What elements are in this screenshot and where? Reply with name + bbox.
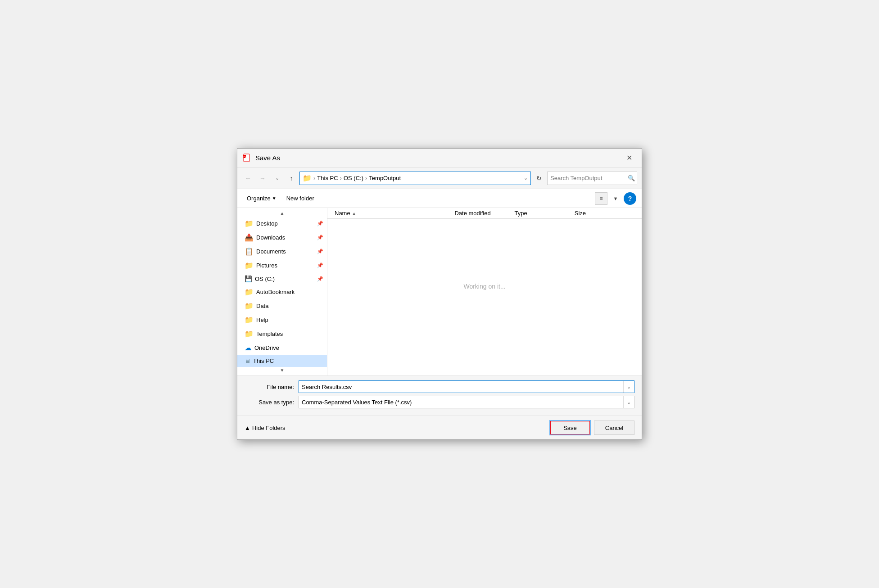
sidebar-item-label-autobookmark: AutoBookmark (256, 289, 295, 295)
organize-dropdown-icon: ▼ (272, 196, 276, 201)
sidebar-item-label-pictures: Pictures (256, 262, 277, 269)
save-as-type-dropdown-icon[interactable]: ⌄ (623, 396, 634, 408)
save-as-type-label: Save as type: (245, 399, 299, 406)
search-box[interactable]: 🔍 (547, 172, 637, 185)
onedrive-icon: ☁ (245, 344, 252, 352)
toolbar: ← → ⌄ ↑ 📁 › This PC › OS (C:) › TempOutp… (237, 167, 642, 189)
sidebar-item-label-help: Help (256, 317, 268, 323)
os-c-icon: 💾 (245, 275, 252, 282)
sidebar-item-help[interactable]: 📁 Help (237, 313, 327, 327)
sidebar-item-label-downloads: Downloads (256, 234, 285, 241)
new-folder-button[interactable]: New folder (282, 193, 318, 204)
sidebar-item-label-onedrive: OneDrive (254, 344, 279, 351)
view-dropdown-button[interactable]: ▼ (609, 192, 622, 205)
column-type-label: Type (515, 210, 527, 217)
action-bar: Organize ▼ New folder ≡ ▼ ? (237, 189, 642, 208)
column-date[interactable]: Date modified (454, 210, 514, 217)
close-button[interactable]: ✕ (622, 152, 636, 164)
sidebar-item-label-data: Data (256, 303, 268, 309)
pictures-icon: 📁 (245, 261, 254, 270)
save-button[interactable]: Save (550, 421, 590, 435)
sidebar-item-autobookmark[interactable]: 📁 AutoBookmark (237, 285, 327, 299)
hide-folders-icon: ▲ (245, 425, 250, 431)
sidebar-item-documents[interactable]: 📋 Documents 📌 (237, 244, 327, 258)
title-bar: PDF Save As ✕ (237, 149, 642, 167)
templates-icon: 📁 (245, 330, 254, 338)
sidebar-scroll-up[interactable]: ▲ (237, 210, 327, 217)
column-type[interactable]: Type (515, 210, 575, 217)
this-pc-icon: 🖥 (245, 357, 250, 364)
autobookmark-icon: 📁 (245, 288, 254, 296)
file-list-header: Name ▲ Date modified Type Size (327, 208, 642, 219)
dialog-title: Save As (255, 154, 622, 162)
sidebar-item-downloads[interactable]: 📥 Downloads 📌 (237, 231, 327, 244)
os-c-pin-icon: 📌 (317, 276, 323, 282)
dropdown-nav-button[interactable]: ⌄ (271, 172, 283, 185)
file-name-label: File name: (245, 384, 299, 390)
data-icon: 📁 (245, 302, 254, 310)
cancel-button[interactable]: Cancel (594, 421, 634, 435)
sidebar-item-label-os-c: OS (C:) (255, 276, 275, 282)
file-list: Name ▲ Date modified Type Size Working o… (327, 208, 642, 375)
downloads-pin-icon: 📌 (317, 235, 323, 240)
address-os-c: OS (C:) (344, 175, 363, 181)
sidebar-scroll-down[interactable]: ▼ (237, 367, 327, 374)
help-icon: 📁 (245, 316, 254, 324)
main-content: ▲ 📁 Desktop 📌 📥 Downloads 📌 📋 Documents … (237, 208, 642, 375)
sort-icon: ▲ (352, 211, 356, 216)
sidebar-item-onedrive[interactable]: ☁ OneDrive (237, 341, 327, 355)
address-bar[interactable]: 📁 › This PC › OS (C:) › TempOutput ⌄ (299, 172, 531, 185)
view-button[interactable]: ≡ (595, 192, 607, 205)
sidebar-item-os-c[interactable]: 💾 OS (C:) 📌 (237, 272, 327, 285)
save-as-type-value: Comma-Separated Values Text File (*.csv) (299, 399, 623, 406)
address-dropdown-icon[interactable]: ⌄ (524, 175, 528, 181)
column-name[interactable]: Name ▲ (335, 210, 454, 217)
save-as-dialog: PDF Save As ✕ ← → ⌄ ↑ 📁 › This PC › OS (… (237, 148, 642, 440)
sidebar-item-label-templates: Templates (256, 330, 283, 337)
sidebar-item-desktop[interactable]: 📁 Desktop 📌 (237, 217, 327, 231)
sidebar: ▲ 📁 Desktop 📌 📥 Downloads 📌 📋 Documents … (237, 208, 327, 375)
file-name-dropdown-icon[interactable]: ⌄ (623, 381, 634, 393)
documents-icon: 📋 (245, 247, 254, 256)
bottom-form: File name: ⌄ Save as type: Comma-Separat… (237, 375, 642, 416)
sidebar-item-label-desktop: Desktop (256, 220, 278, 227)
column-name-label: Name (335, 210, 350, 217)
back-button[interactable]: ← (242, 172, 254, 185)
organize-button[interactable]: Organize ▼ (243, 193, 281, 204)
search-icon: 🔍 (628, 175, 635, 181)
address-this-pc: This PC (317, 175, 338, 181)
forward-button[interactable]: → (256, 172, 269, 185)
address-temp-output: TempOutput (369, 175, 401, 181)
pictures-pin-icon: 📌 (317, 262, 323, 268)
desktop-icon: 📁 (245, 219, 254, 228)
sidebar-item-pictures[interactable]: 📁 Pictures 📌 (237, 258, 327, 272)
sidebar-item-label-documents: Documents (256, 248, 286, 255)
file-name-row: File name: ⌄ (245, 380, 634, 393)
save-type-row: Save as type: Comma-Separated Values Tex… (245, 396, 634, 408)
sidebar-item-templates[interactable]: 📁 Templates (237, 327, 327, 341)
refresh-button[interactable]: ↻ (533, 172, 545, 185)
sidebar-item-this-pc[interactable]: 🖥 This PC (237, 355, 327, 367)
hide-folders-label: Hide Folders (252, 425, 285, 431)
hide-folders-button[interactable]: ▲ Hide Folders (245, 425, 285, 431)
address-sep-1: › (313, 175, 315, 181)
search-input[interactable] (550, 175, 626, 181)
documents-pin-icon: 📌 (317, 249, 323, 254)
sidebar-item-data[interactable]: 📁 Data (237, 299, 327, 313)
working-status: Working on it... (463, 283, 505, 290)
file-name-input[interactable] (299, 384, 623, 390)
up-button[interactable]: ↑ (285, 172, 298, 185)
svg-text:PDF: PDF (244, 155, 248, 158)
file-name-input-wrapper[interactable]: ⌄ (299, 380, 634, 393)
save-as-type-select[interactable]: Comma-Separated Values Text File (*.csv)… (299, 396, 634, 408)
view-icon: ≡ (599, 195, 603, 202)
column-size[interactable]: Size (575, 210, 634, 217)
address-sep-3: › (365, 175, 367, 181)
help-button[interactable]: ? (624, 192, 636, 205)
sidebar-item-label-this-pc: This PC (253, 357, 274, 364)
file-list-body: Working on it... (327, 219, 642, 354)
footer-actions: Save Cancel (550, 421, 634, 435)
desktop-pin-icon: 📌 (317, 221, 323, 226)
pdf-icon: PDF (243, 154, 252, 163)
footer: ▲ Hide Folders Save Cancel (237, 416, 642, 439)
